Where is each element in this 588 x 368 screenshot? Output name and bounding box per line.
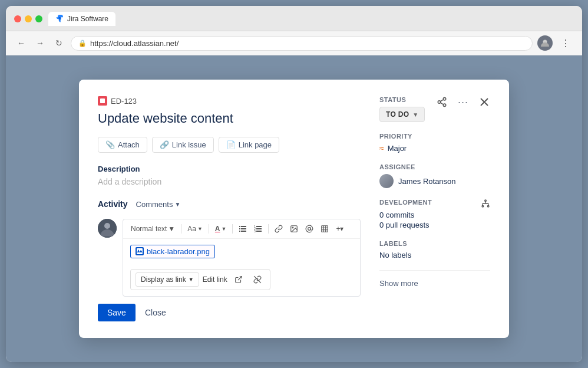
link-page-label: Link page: [239, 140, 272, 149]
format-style-dropdown[interactable]: Normal text ▼: [128, 223, 178, 235]
close-modal-button[interactable]: [476, 94, 493, 110]
reload-button[interactable]: ↻: [52, 36, 66, 50]
commits-row[interactable]: 0 commits: [379, 211, 490, 219]
svg-rect-12: [241, 226, 246, 227]
browser-content: ···: [6, 55, 582, 362]
browser-menu-button[interactable]: ⋮: [557, 35, 574, 51]
svg-line-5: [440, 100, 443, 101]
file-attachment-chip[interactable]: black-labrador.png: [130, 245, 215, 258]
save-button[interactable]: Save: [98, 304, 136, 321]
minimize-window-button[interactable]: [25, 15, 32, 22]
avatar-image: [98, 219, 117, 238]
link-page-icon: 📄: [226, 140, 236, 149]
modal-right-panel: STATUS TO DO ▼ PRIORITY ≈ Major: [361, 96, 490, 321]
close-window-button[interactable]: [14, 15, 21, 22]
maximize-window-button[interactable]: [35, 15, 42, 22]
description-placeholder[interactable]: Add a description: [98, 177, 361, 186]
svg-text:3.: 3.: [254, 229, 256, 233]
open-link-button[interactable]: [231, 272, 246, 287]
share-button[interactable]: [434, 94, 450, 110]
plus-more-icon: +▾: [336, 225, 343, 233]
external-link-icon: [234, 275, 243, 284]
svg-point-2: [438, 101, 441, 104]
profile-avatar[interactable]: [537, 35, 553, 51]
activity-label: Activity: [98, 199, 128, 209]
more-options-editor-button[interactable]: +▾: [333, 223, 346, 235]
development-settings-button[interactable]: [481, 199, 490, 211]
assignee-row[interactable]: James Rotanson: [379, 174, 490, 188]
address-text: https://cloud.atlassian.net/: [90, 39, 179, 48]
image-file-icon: [137, 248, 143, 254]
status-value: TO DO: [386, 110, 409, 119]
link-page-button[interactable]: 📄 Link page: [219, 137, 279, 153]
assignee-label: ASSIGNEE: [379, 163, 490, 170]
bullet-list-button[interactable]: [236, 223, 250, 235]
address-bar[interactable]: 🔒 https://cloud.atlassian.net/: [71, 36, 533, 51]
dev-stats: 0 commits 0 pull requests: [379, 211, 490, 229]
mention-icon: [305, 225, 313, 233]
issue-title: Update website content: [98, 110, 361, 127]
status-chevron-icon: ▼: [412, 111, 418, 118]
svg-rect-20: [256, 228, 262, 229]
divider: [379, 270, 490, 271]
development-header: DEVELOPMENT: [379, 199, 490, 211]
show-more-button[interactable]: Show more: [379, 279, 418, 288]
svg-point-37: [487, 206, 489, 208]
table-button[interactable]: [318, 223, 332, 235]
bullet-list-icon: [239, 225, 247, 233]
svg-point-35: [485, 200, 487, 202]
divider-2: [209, 224, 209, 234]
svg-rect-22: [256, 231, 262, 232]
svg-rect-26: [322, 226, 328, 232]
close-icon: [480, 97, 489, 107]
text-color-icon: A: [215, 225, 220, 233]
forward-button[interactable]: →: [33, 36, 47, 50]
more-options-button[interactable]: ···: [455, 94, 471, 110]
modal-actions: ···: [434, 94, 493, 110]
close-button[interactable]: Close: [140, 304, 171, 321]
font-size-button[interactable]: Aa ▼: [184, 223, 206, 235]
issue-id-text: ED-123: [111, 97, 137, 106]
pull-requests-row[interactable]: 0 pull requests: [379, 221, 490, 229]
svg-rect-11: [239, 226, 240, 227]
image-button[interactable]: [287, 223, 301, 235]
numbered-list-button[interactable]: 1. 2. 3.: [251, 223, 265, 235]
comments-label: Comments: [136, 200, 173, 209]
edit-link-button[interactable]: Edit link: [203, 275, 227, 284]
edit-link-label: Edit link: [203, 275, 227, 284]
description-label: Description: [98, 165, 361, 173]
priority-row: ≈ Major: [379, 143, 490, 153]
link-button[interactable]: [272, 223, 286, 235]
branch-icon: [481, 199, 490, 208]
display-as-link-button[interactable]: Display as link ▼: [136, 272, 199, 287]
font-size-icon: Aa: [187, 225, 196, 233]
divider-3: [232, 224, 233, 234]
priority-value: Major: [388, 144, 407, 153]
text-color-button[interactable]: A ▼: [212, 223, 230, 235]
issue-type-icon: [98, 96, 107, 106]
editor-body[interactable]: black-labrador.png Display as link ▼: [123, 239, 360, 296]
labels-section: LABELS No labels: [379, 240, 490, 259]
share-icon: [437, 97, 447, 107]
editor-actions: Save Close: [98, 304, 361, 321]
chevron-down-icon: ▼: [174, 201, 180, 208]
comments-dropdown[interactable]: Comments ▼: [133, 198, 184, 211]
back-button[interactable]: ←: [14, 36, 28, 50]
unlink-button[interactable]: [250, 272, 265, 287]
commits-value: 0 commits: [379, 211, 414, 219]
browser-tab-jira[interactable]: Jira Software: [48, 12, 115, 26]
svg-rect-15: [239, 231, 240, 232]
editor-toolbar: Normal text ▼ Aa ▼ A: [123, 219, 360, 239]
status-badge[interactable]: TO DO ▼: [379, 107, 425, 122]
image-icon: [290, 225, 298, 233]
priority-section: PRIORITY ≈ Major: [379, 133, 490, 153]
profile-icon: [540, 38, 550, 48]
chevron-icon: ▼: [168, 225, 175, 233]
comment-editor[interactable]: Normal text ▼ Aa ▼ A: [123, 219, 361, 297]
link-issue-button[interactable]: 🔗 Link issue: [152, 137, 214, 153]
svg-point-1: [443, 98, 446, 101]
tab-label: Jira Software: [67, 15, 108, 23]
mention-button[interactable]: [302, 223, 316, 235]
comment-area: Normal text ▼ Aa ▼ A: [98, 219, 361, 297]
attach-button[interactable]: 📎 Attach: [98, 137, 147, 153]
